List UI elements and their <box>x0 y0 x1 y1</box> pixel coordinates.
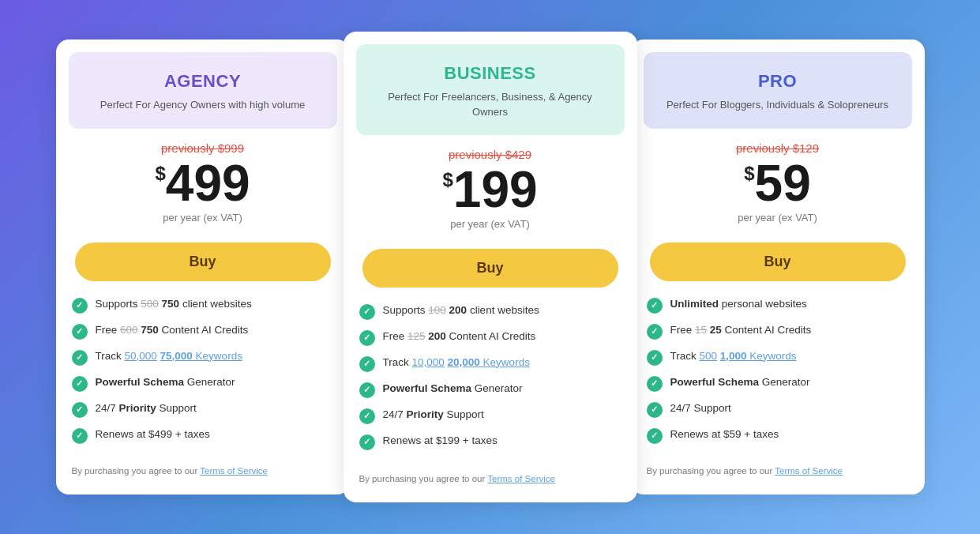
check-icon <box>72 298 88 314</box>
feature-text: Powerful Schema Generator <box>670 375 810 390</box>
features-list: Supports 100 200 client websites Free 12… <box>344 303 637 461</box>
feature-item: Free 15 25 Content AI Credits <box>647 323 909 340</box>
feature-text: Track 500 1,000 Keywords <box>670 349 797 364</box>
check-icon <box>72 402 88 418</box>
check-icon <box>359 434 375 450</box>
feature-item: Supports 100 200 client websites <box>359 303 621 320</box>
feature-item: Powerful Schema Generator <box>647 375 909 392</box>
old-price: previously $999 <box>75 141 331 155</box>
price-amount: 499 <box>166 158 250 209</box>
buy-button-pro[interactable]: Buy <box>650 243 906 281</box>
feature-item: Track 500 1,000 Keywords <box>647 349 909 366</box>
check-icon <box>647 376 663 392</box>
feature-item: Unlimited personal websites <box>647 297 909 314</box>
check-icon <box>72 324 88 340</box>
check-icon <box>359 382 375 398</box>
plan-header-business: BUSINESS Perfect For Freelancers, Busine… <box>356 44 625 134</box>
feature-text: Free 15 25 Content AI Credits <box>670 323 812 338</box>
plan-header-pro: PRO Perfect For Bloggers, Individuals & … <box>644 52 912 128</box>
plan-name: AGENCY <box>84 71 321 92</box>
feature-text: Free 600 750 Content AI Credits <box>96 323 249 338</box>
check-icon <box>647 428 663 444</box>
features-list: Unlimited personal websites Free 15 25 C… <box>631 297 925 453</box>
plan-card-business: BUSINESS Perfect For Freelancers, Busine… <box>344 32 637 502</box>
check-icon <box>72 350 88 366</box>
feature-text: 24/7 Priority Support <box>383 408 484 423</box>
features-list: Supports 500 750 client websites Free 60… <box>56 297 350 453</box>
feature-text: Track 50,000 75,000 Keywords <box>96 349 242 364</box>
feature-text: Renews at $499 + taxes <box>96 427 210 442</box>
feature-text: Track 10,000 20,000 Keywords <box>383 355 530 370</box>
feature-item: Free 600 750 Content AI Credits <box>72 323 334 340</box>
plan-description: Perfect For Bloggers, Individuals & Solo… <box>659 98 896 112</box>
feature-item: Free 125 200 Content AI Credits <box>359 329 621 346</box>
current-price: $ 199 <box>362 164 618 215</box>
feature-item: Powerful Schema Generator <box>72 375 334 392</box>
current-price: $ 499 <box>75 158 331 209</box>
pricing-section: previously $999 $ 499 per year (ex VAT) <box>56 129 350 233</box>
feature-item: Supports 500 750 client websites <box>72 297 334 314</box>
feature-item: Powerful Schema Generator <box>359 382 621 398</box>
feature-text: 24/7 Support <box>670 401 731 416</box>
old-price: previously $129 <box>650 141 906 155</box>
feature-item: Renews at $499 + taxes <box>72 427 334 444</box>
feature-text: Supports 100 200 client websites <box>383 303 539 318</box>
feature-text: Powerful Schema Generator <box>96 375 235 390</box>
plan-description: Perfect For Freelancers, Business, & Age… <box>372 90 609 118</box>
pricing-section: previously $129 $ 59 per year (ex VAT) <box>631 129 925 233</box>
feature-item: Track 10,000 20,000 Keywords <box>359 355 621 372</box>
feature-text: Renews at $199 + taxes <box>383 434 498 449</box>
check-icon <box>647 324 663 340</box>
plan-description: Perfect For Agency Owners with high volu… <box>84 98 321 112</box>
feature-item: Renews at $59 + taxes <box>647 427 909 444</box>
feature-text: Powerful Schema Generator <box>383 382 523 397</box>
check-icon <box>647 298 663 314</box>
price-period: per year (ex VAT) <box>650 212 906 224</box>
plan-card-pro: PRO Perfect For Bloggers, Individuals & … <box>631 39 925 494</box>
feature-text: Renews at $59 + taxes <box>670 427 779 442</box>
check-icon <box>647 350 663 366</box>
feature-item: 24/7 Priority Support <box>72 401 334 418</box>
terms-text: By purchasing you agree to our Terms of … <box>56 453 350 476</box>
check-icon <box>72 428 88 444</box>
check-icon <box>359 330 375 346</box>
current-price: $ 59 <box>650 158 906 209</box>
terms-link[interactable]: Terms of Service <box>200 466 268 476</box>
feature-text: 24/7 Priority Support <box>96 401 197 416</box>
price-amount: 59 <box>755 158 811 209</box>
pricing-container: AGENCY Perfect For Agency Owners with hi… <box>56 39 925 494</box>
currency-symbol: $ <box>744 164 754 183</box>
feature-text: Unlimited personal websites <box>670 297 807 312</box>
check-icon <box>359 408 375 424</box>
feature-text: Supports 500 750 client websites <box>96 297 252 312</box>
price-period: per year (ex VAT) <box>75 212 331 224</box>
buy-button-agency[interactable]: Buy <box>75 243 331 281</box>
currency-symbol: $ <box>442 171 452 190</box>
feature-item: Track 50,000 75,000 Keywords <box>72 349 334 366</box>
terms-link[interactable]: Terms of Service <box>775 466 843 476</box>
feature-item: Renews at $199 + taxes <box>359 434 621 450</box>
plan-name: BUSINESS <box>372 63 609 84</box>
terms-link[interactable]: Terms of Service <box>487 474 555 483</box>
check-icon <box>647 402 663 418</box>
plan-name: PRO <box>659 71 896 92</box>
old-price: previously $429 <box>362 148 618 161</box>
feature-text: Free 125 200 Content AI Credits <box>383 329 536 344</box>
buy-button-business[interactable]: Buy <box>362 249 618 288</box>
price-amount: 199 <box>453 164 538 215</box>
plan-header-agency: AGENCY Perfect For Agency Owners with hi… <box>69 52 337 128</box>
pricing-section: previously $429 $ 199 per year (ex VAT) <box>344 135 637 239</box>
plan-card-agency: AGENCY Perfect For Agency Owners with hi… <box>56 39 350 494</box>
currency-symbol: $ <box>155 164 165 183</box>
check-icon <box>359 356 375 372</box>
feature-item: 24/7 Priority Support <box>359 408 621 424</box>
price-period: per year (ex VAT) <box>362 218 618 230</box>
feature-item: 24/7 Support <box>647 401 909 418</box>
terms-text: By purchasing you agree to our Terms of … <box>344 461 637 483</box>
check-icon <box>72 376 88 392</box>
check-icon <box>359 304 375 320</box>
terms-text: By purchasing you agree to our Terms of … <box>631 453 925 476</box>
